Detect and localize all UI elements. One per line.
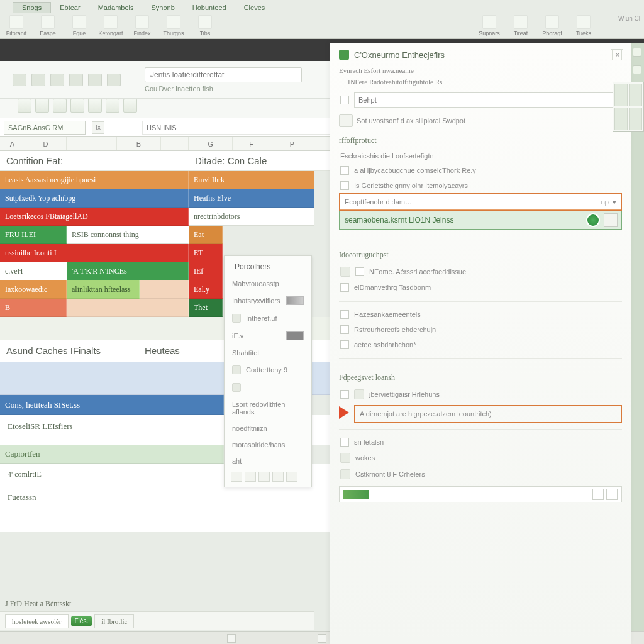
ribbon-btn-icon[interactable] bbox=[514, 15, 528, 29]
tool-icon[interactable] bbox=[31, 74, 45, 86]
checkbox[interactable] bbox=[340, 96, 349, 104]
menu-item[interactable]: morasolride/hans bbox=[225, 436, 311, 453]
swatch[interactable] bbox=[286, 472, 297, 482]
cell[interactable]: ussinilhe Ir.onti I bbox=[0, 244, 189, 262]
highlighted-result[interactable]: seamaobena.ksrnt LiO1N Jeinss bbox=[339, 211, 622, 230]
ribbon-btn-icon[interactable] bbox=[72, 15, 86, 29]
col-x1[interactable] bbox=[67, 137, 117, 150]
glyph-icon[interactable] bbox=[70, 99, 84, 113]
ribbon-btn-icon[interactable] bbox=[9, 15, 23, 29]
swatch[interactable] bbox=[231, 472, 242, 482]
menu-item[interactable]: Mabvtoueasstp bbox=[225, 275, 311, 292]
col-a[interactable]: A bbox=[0, 137, 25, 150]
menu-item[interactable]: iE.v bbox=[225, 327, 311, 345]
cell[interactable]: 'A T'K'R N'INCEs bbox=[67, 262, 189, 280]
tab-item[interactable]: Ebtear bbox=[51, 3, 89, 13]
glyph-icon[interactable] bbox=[18, 99, 31, 113]
cell[interactable]: heasts Aassasi neogijie hpuesi bbox=[0, 171, 189, 189]
tab-item[interactable]: Synonb bbox=[142, 3, 183, 13]
cell[interactable]: c.veH bbox=[0, 262, 67, 280]
cell[interactable]: Emvi Ihrk bbox=[189, 171, 314, 189]
sheet-tab[interactable]: hosleteek awsolèr bbox=[5, 614, 69, 628]
swatch[interactable] bbox=[258, 472, 270, 482]
fx-icon[interactable]: fx bbox=[92, 121, 104, 134]
checkbox[interactable] bbox=[340, 166, 349, 175]
checkbox[interactable] bbox=[340, 181, 349, 190]
cell[interactable]: Thet bbox=[189, 299, 223, 317]
col-x2[interactable] bbox=[161, 137, 189, 150]
cell[interactable]: Eat bbox=[189, 226, 223, 244]
col-f[interactable]: F bbox=[233, 137, 270, 150]
thumbnail[interactable] bbox=[614, 108, 628, 130]
tab-primary[interactable]: Snogs bbox=[13, 2, 51, 13]
sheet-badge[interactable]: Fiès. bbox=[71, 616, 92, 626]
cell[interactable]: nrectrinbdotors bbox=[189, 208, 314, 226]
tab-item[interactable]: Madambels bbox=[89, 3, 143, 13]
menu-item[interactable]: Inhatsryxvtifiors bbox=[225, 292, 311, 309]
swatch[interactable] bbox=[272, 472, 284, 482]
checkbox[interactable] bbox=[340, 325, 349, 334]
tab-item[interactable]: Cleves bbox=[235, 3, 274, 13]
glyph-icon[interactable] bbox=[106, 99, 119, 113]
cell[interactable]: Eal.y bbox=[189, 280, 223, 299]
cell[interactable]: B bbox=[0, 299, 67, 317]
checkbox[interactable] bbox=[355, 267, 364, 276]
cell[interactable] bbox=[140, 280, 189, 299]
thumbnail[interactable] bbox=[629, 84, 642, 106]
menu-item[interactable]: aht bbox=[225, 453, 311, 469]
glyph-icon[interactable] bbox=[53, 99, 67, 113]
pane-footer-input[interactable] bbox=[339, 486, 622, 502]
cell[interactable]: Sutpfxedk Yop achibpg bbox=[0, 189, 189, 208]
ribbon-btn-icon[interactable] bbox=[577, 15, 591, 29]
tab-item[interactable]: Hobunteed bbox=[184, 3, 235, 13]
cell[interactable]: Loetsrikecos FBtaiagellAD bbox=[0, 208, 189, 226]
gutter-icon[interactable] bbox=[633, 48, 641, 57]
ribbon-btn-icon[interactable] bbox=[167, 15, 180, 29]
thumbnail[interactable] bbox=[629, 108, 642, 130]
checkbox[interactable] bbox=[340, 438, 349, 447]
stepper-button[interactable] bbox=[606, 489, 618, 500]
close-icon[interactable]: × bbox=[612, 49, 623, 60]
green-row[interactable]: Capiortfen bbox=[0, 445, 224, 464]
pane-input[interactable] bbox=[354, 92, 621, 108]
menu-item[interactable]: Intheref.uf bbox=[225, 309, 311, 327]
tool-icon[interactable] bbox=[88, 74, 102, 86]
ribbon-btn-icon[interactable] bbox=[545, 15, 559, 29]
ribbon-btn-icon[interactable] bbox=[104, 15, 118, 29]
cell[interactable]: IEf bbox=[189, 262, 223, 280]
search-input[interactable] bbox=[145, 67, 302, 82]
cell[interactable]: ET bbox=[189, 244, 223, 262]
tool-icon[interactable] bbox=[13, 74, 26, 86]
namebox[interactable]: SAGnB.AnsG RM bbox=[4, 121, 86, 135]
swatch[interactable] bbox=[245, 472, 256, 482]
highlighted-input[interactable]: Ecopttfenobr d dam… np▾ bbox=[339, 193, 622, 211]
glyph-icon[interactable] bbox=[88, 99, 102, 113]
menu-item[interactable]: Shahtitet bbox=[225, 345, 311, 361]
cell[interactable]: RSIB connonnst thing bbox=[67, 226, 189, 244]
col-b[interactable]: B bbox=[117, 137, 161, 150]
ribbon-btn-icon[interactable] bbox=[198, 15, 212, 29]
badge-icon[interactable] bbox=[339, 114, 353, 127]
ribbon-btn-icon[interactable] bbox=[41, 15, 55, 29]
cell[interactable]: Iaxkoowaedic bbox=[0, 280, 67, 299]
cell[interactable]: FRU ILEI bbox=[0, 226, 67, 244]
ribbon-btn-icon[interactable] bbox=[482, 15, 496, 29]
cell[interactable]: Heafns Elve bbox=[189, 189, 314, 208]
scroll-handle[interactable] bbox=[227, 634, 236, 643]
col-g[interactable]: G bbox=[189, 137, 233, 150]
tool-icon[interactable] bbox=[50, 74, 64, 86]
checkbox[interactable] bbox=[340, 310, 349, 319]
menu-item[interactable]: Lsort redovllthfen aflands bbox=[225, 396, 311, 420]
blue-section-row[interactable]: Cons, hetiteah SISet.ss bbox=[0, 395, 224, 415]
col-d[interactable]: D bbox=[25, 137, 67, 150]
checkbox[interactable] bbox=[340, 283, 349, 292]
ribbon-btn-icon[interactable] bbox=[135, 15, 149, 29]
thumbnail[interactable] bbox=[614, 84, 628, 106]
scroll-handle[interactable] bbox=[318, 634, 326, 643]
cell[interactable]: alinlikttan hfteelass bbox=[67, 280, 140, 299]
gutter-icon[interactable] bbox=[633, 65, 641, 74]
tool-icon[interactable] bbox=[69, 74, 83, 86]
cell[interactable] bbox=[67, 299, 189, 317]
menu-item[interactable] bbox=[225, 379, 311, 396]
highlighted-option[interactable]: A dirnemjot are higrpeze.atzem leountrit… bbox=[354, 405, 622, 423]
